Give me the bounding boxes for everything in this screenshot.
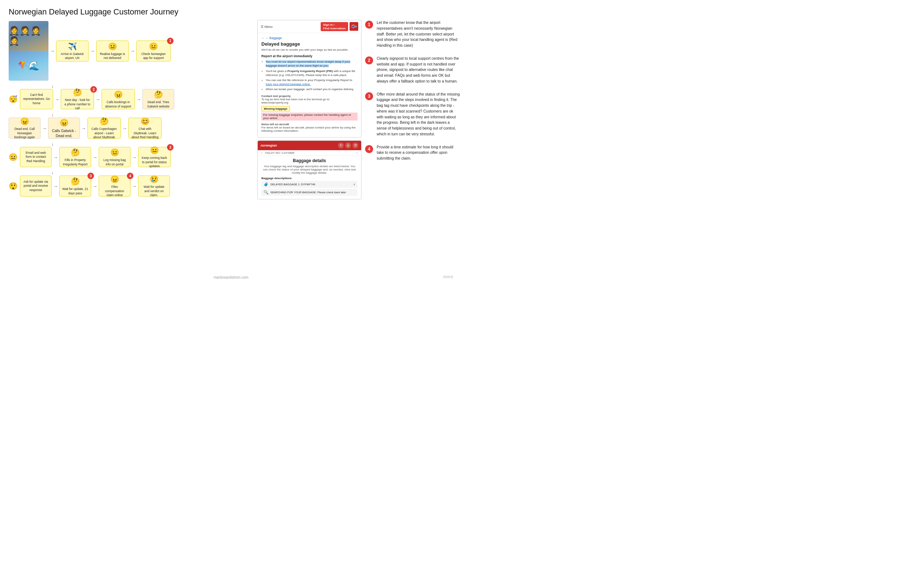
- bullet-1: You must let our airport representatives…: [266, 60, 357, 68]
- app-mockup-panel: ☰ Menu Sign in / Find reservation 🇳🇴 ← ←…: [257, 20, 362, 199]
- baggage-item-2: 🔍 SEARCHING FOR YOUR BAGGAGE: Please che…: [261, 189, 357, 196]
- refresh-icon[interactable]: ↻: [338, 143, 344, 148]
- arrow: →: [42, 126, 46, 131]
- forward-icon[interactable]: →: [356, 151, 358, 155]
- page: Norwegian Delayed Luggage Customer Journ…: [0, 0, 462, 283]
- arrow: →: [132, 155, 136, 160]
- node-deadend-call: 😠 Dead end. Call Norwegian bookings agai…: [9, 117, 40, 138]
- badge-1: 1: [167, 38, 174, 44]
- baggage-header: norwegian ↻ 🔒 ☰: [258, 141, 361, 150]
- node-calls-bookings: 😠 Calls bookings in absence of support: [102, 89, 135, 109]
- bag-icon-2: 🔍: [264, 190, 268, 195]
- flag-button[interactable]: 🇳🇴: [350, 22, 358, 31]
- sign-in-button[interactable]: Sign in / Find reservation: [321, 22, 348, 31]
- missing-badge: Missing baggage: [261, 106, 290, 111]
- app-mockup: ☰ Menu Sign in / Find reservation 🇳🇴 ← ←…: [257, 20, 362, 137]
- app-header: ☰ Menu Sign in / Find reservation 🇳🇴: [258, 20, 361, 33]
- badge-4: 4: [127, 173, 134, 179]
- footer: martinsandstrom.com: [214, 275, 248, 279]
- node-askupdate: Ask for update via portal and receive re…: [20, 176, 52, 197]
- journey-flow: 🤵🤵🤵🤵 🪁🌊 → ✈️ Arrive in Gatwick airport, …: [9, 21, 251, 199]
- bag-icon-1: 🧳: [264, 182, 268, 187]
- app-subtitle1: Report at the airport immediately: [261, 54, 357, 58]
- note-badge-2: 2: [365, 56, 373, 65]
- menu-label: ☰ Menu: [261, 25, 273, 29]
- bullet-2: You'll be given a Property Irregularity …: [266, 69, 357, 77]
- arrow: →: [122, 126, 127, 131]
- badge-3a: 3: [167, 144, 174, 151]
- note-1: 1 Let the customer know that the airport…: [365, 20, 460, 48]
- baggage-subtitle: Your baggage tag and baggage description…: [261, 165, 357, 175]
- node-check-app: 1 😐 Check Norwegian app for support: [136, 41, 171, 62]
- note-2: 2 Clearly signpost to local support cent…: [365, 56, 460, 84]
- lock-icon[interactable]: 🔒: [345, 143, 351, 148]
- node-wait21: 3 🤔 Wait for update. 21 days pass: [59, 176, 91, 197]
- node-skybreak: 😊 Chat with SkyBreak. Learn about Red Ha…: [128, 117, 162, 138]
- photo-top: 🤵🤵🤵🤵: [9, 21, 48, 51]
- badge-3b: 3: [87, 173, 94, 179]
- arrow: →: [53, 155, 58, 160]
- baggage-desc-label: Baggage descriptions: [261, 177, 357, 180]
- app-body: ← ← Baggage Delayed baggage We'll do all…: [258, 33, 361, 137]
- back-link[interactable]: ← ← Baggage: [261, 36, 357, 40]
- note-badge-4: 4: [365, 145, 373, 153]
- emoji-standalone: 😴: [9, 95, 18, 104]
- arrow: →: [132, 184, 136, 189]
- note-3: 3 Offer more detail around the status of…: [365, 92, 460, 137]
- arrow: →: [90, 48, 95, 54]
- baggage-mockup: norwegian ↻ 🔒 ☰ ← OSLDY NO / LDY0806 → B…: [257, 140, 362, 199]
- header-buttons: Sign in / Find reservation 🇳🇴: [321, 22, 358, 31]
- down-arrow-2: ↓: [51, 112, 251, 117]
- bullet-list: You must let our airport representatives…: [261, 60, 357, 91]
- note-4: 4 Provide a time estimate for how long i…: [365, 145, 460, 161]
- missing-text: For missing baggage enquiries, please co…: [261, 113, 357, 120]
- node-gatwick: 😠 Calls Gatwick - Dead end.: [48, 117, 80, 138]
- node-email: Email and web form to contact Red Handli…: [20, 147, 52, 167]
- node-cantfind: Can't find representatives. Go home: [20, 89, 53, 109]
- app-section-desc: We'll do all we can to reunite you with …: [261, 48, 357, 51]
- node-realise: 😐 Realise luggage is not delivered: [96, 41, 129, 62]
- node-pir: 🤔 Fills in Property Irregularity Report: [59, 147, 91, 167]
- page-title: Norwegian Delayed Luggage Customer Journ…: [9, 7, 453, 17]
- photo-block: 🤵🤵🤵🤵 🪁🌊: [9, 21, 48, 81]
- expand-icon[interactable]: ∨: [353, 183, 356, 186]
- bullet-3: You can use the file reference in your P…: [266, 78, 357, 86]
- baggage-item-1: 🧳 DELAYED BAGGAGE 1: DYFWF748 ∨: [261, 181, 357, 188]
- note-text-2: Clearly signpost to local support centre…: [376, 56, 460, 84]
- bullet-4: When we locate your baggage, we'll conta…: [266, 87, 357, 91]
- items-left-section: Items left on aircraft For items left on…: [261, 123, 357, 132]
- row2: 😴 Can't find representatives. Go home → …: [9, 89, 251, 109]
- notes-panel: 1 Let the customer know that the airport…: [365, 20, 460, 169]
- arrow: →: [95, 96, 100, 102]
- emoji-shocked: 😲: [9, 182, 18, 190]
- arrow: →: [81, 126, 86, 131]
- arrow: →: [130, 48, 135, 54]
- row5: 😲 Ask for update via portal and receive …: [9, 176, 251, 197]
- arrow: →: [55, 96, 59, 102]
- node-arrive: ✈️ Arrive in Gatwick airport, UK: [56, 41, 88, 62]
- baggage-title: Baggage details: [261, 158, 357, 163]
- node-keep-coming: 3 😐 Keep coming back to portal for statu…: [138, 147, 171, 167]
- node-files: 4 😠 Files compensation claim online: [99, 176, 130, 197]
- app-section-title: Delayed baggage: [261, 41, 357, 47]
- down-arrow-4: ↓: [51, 170, 251, 175]
- node-log: 😐 Log missing bag info on portal: [99, 147, 130, 167]
- menu-icon[interactable]: ☰: [352, 143, 358, 148]
- row3: 😠 Dead end. Call Norwegian bookings agai…: [9, 117, 251, 138]
- contact-lost-section: Contact lost property To log an item tha…: [261, 95, 357, 104]
- row4: 😐 Email and web form to contact Red Hand…: [9, 147, 251, 167]
- note-text-4: Provide a time estimate for how long it …: [376, 145, 460, 161]
- booking-ref: OSLDY NO / LDY0806: [265, 151, 294, 155]
- baggage-nav: ← OSLDY NO / LDY0806 →: [258, 150, 361, 156]
- arrow: →: [53, 184, 58, 189]
- back-arrow-icon[interactable]: ←: [261, 151, 264, 155]
- miro-logo: miro: [443, 274, 453, 279]
- row1: 🤵🤵🤵🤵 🪁🌊 → ✈️ Arrive in Gatwick airport, …: [9, 21, 251, 81]
- photo-bottom: 🪁🌊: [9, 51, 48, 81]
- note-badge-1: 1: [365, 21, 373, 29]
- arrow: →: [93, 155, 97, 160]
- node-nextday: 2 🤔 Next day - look for a phone number t…: [61, 89, 94, 109]
- node-waitverdict: 😢 Wait for update and verdict on claim.: [138, 176, 170, 197]
- baggage-icons: ↻ 🔒 ☰: [338, 143, 358, 148]
- arrow: →: [136, 96, 141, 102]
